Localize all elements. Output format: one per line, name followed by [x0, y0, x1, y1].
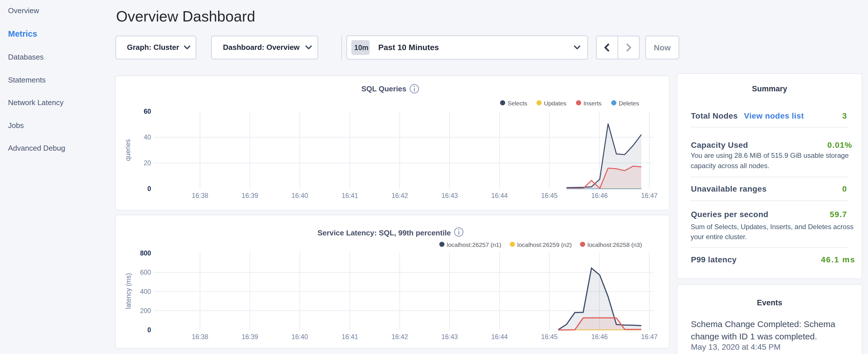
svg-text:16:41: 16:41: [342, 192, 358, 199]
svg-text:Selects: Selects: [507, 100, 527, 106]
svg-text:16:38: 16:38: [192, 333, 208, 341]
svg-text:16:45: 16:45: [541, 333, 558, 341]
svg-text:16:42: 16:42: [392, 333, 408, 341]
svg-text:16:44: 16:44: [491, 192, 508, 199]
svg-text:16:43: 16:43: [441, 192, 458, 199]
svg-text:16:40: 16:40: [291, 192, 308, 199]
svg-text:Service Latency: SQL, 99th per: Service Latency: SQL, 99th percentile: [317, 229, 451, 237]
svg-text:16:44: 16:44: [491, 333, 508, 341]
svg-text:16:39: 16:39: [242, 333, 258, 341]
svg-text:16:47: 16:47: [641, 192, 658, 199]
svg-text:800: 800: [140, 250, 151, 257]
svg-text:0: 0: [147, 185, 151, 192]
svg-text:Inserts: Inserts: [584, 100, 601, 106]
svg-text:400: 400: [140, 288, 151, 295]
svg-text:600: 600: [140, 269, 151, 276]
svg-text:SQL Queries: SQL Queries: [361, 85, 406, 93]
svg-text:16:46: 16:46: [591, 192, 608, 199]
svg-text:60: 60: [144, 108, 151, 115]
svg-text:localhost:26258 (n3): localhost:26258 (n3): [587, 242, 642, 248]
svg-text:200: 200: [140, 307, 151, 315]
svg-text:queries: queries: [124, 139, 131, 161]
svg-text:latency (ms): latency (ms): [125, 273, 132, 309]
svg-text:16:43: 16:43: [441, 333, 458, 341]
svg-text:16:46: 16:46: [591, 333, 608, 341]
svg-text:16:39: 16:39: [242, 192, 258, 199]
svg-text:16:45: 16:45: [541, 192, 558, 199]
svg-text:16:38: 16:38: [192, 192, 208, 199]
svg-text:40: 40: [144, 133, 151, 141]
svg-text:localhost:26259 (n2): localhost:26259 (n2): [517, 242, 572, 248]
svg-text:16:41: 16:41: [342, 333, 358, 341]
svg-text:16:47: 16:47: [641, 333, 658, 341]
svg-text:0: 0: [147, 326, 151, 334]
svg-text:20: 20: [144, 159, 151, 167]
svg-text:Updates: Updates: [544, 100, 566, 106]
svg-text:16:40: 16:40: [291, 333, 308, 341]
svg-text:localhost:26257 (n1): localhost:26257 (n1): [447, 242, 501, 248]
svg-text:Deletes: Deletes: [619, 100, 639, 106]
svg-text:16:42: 16:42: [392, 192, 408, 199]
